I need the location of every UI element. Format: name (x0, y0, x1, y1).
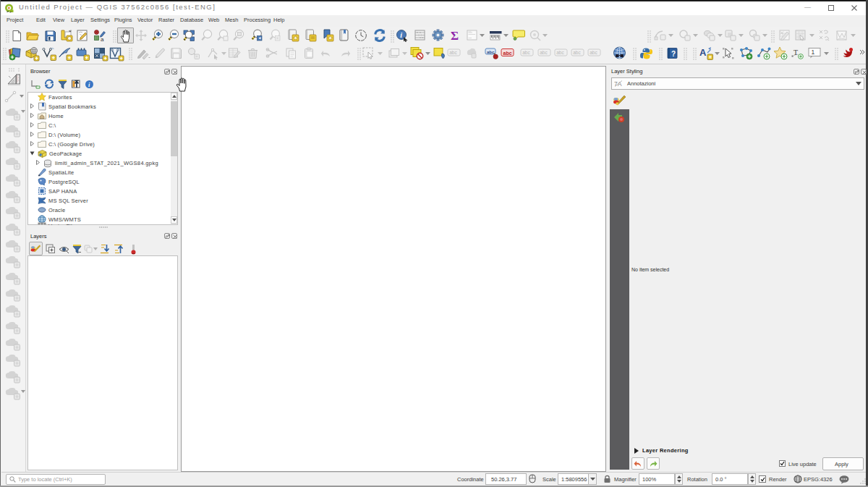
svg-text:abc: abc (556, 50, 564, 55)
svg-text:1: 1 (812, 48, 815, 56)
svg-text:a: a (101, 36, 104, 43)
svg-text:i: i (400, 31, 402, 39)
svg-text:abc: abc (487, 50, 495, 54)
svg-text:abc: abc (540, 50, 548, 55)
svg-text:Σ: Σ (451, 29, 459, 43)
svg-text:abc: abc (503, 51, 512, 56)
svg-text:?: ? (671, 50, 676, 58)
svg-text:A: A (699, 47, 707, 58)
svg-text:abc: abc (590, 50, 597, 55)
svg-text:abc: abc (573, 50, 581, 55)
svg-text:abc: abc (449, 50, 457, 55)
svg-text:abc: abc (522, 50, 530, 55)
svg-text:T: T (793, 48, 798, 56)
